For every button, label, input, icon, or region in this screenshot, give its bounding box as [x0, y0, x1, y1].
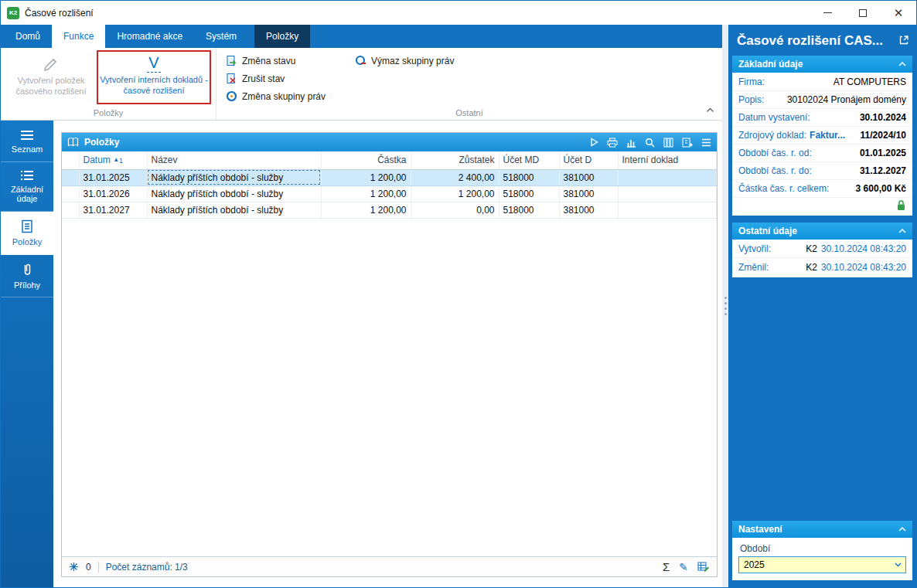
sidebar-item-label: Seznam — [12, 144, 43, 155]
delete-rights-group-label: Výmaz skupiny práv — [371, 56, 454, 66]
cancel-status-label: Zrušit stav — [242, 73, 285, 84]
cell-castka: 1 200,00 — [321, 185, 411, 202]
cell-castka: 1 200,00 — [321, 169, 411, 185]
table-row[interactable]: 31.01.2025 Náklady příštích období - slu… — [62, 169, 717, 185]
section-header[interactable]: Nastavení — [732, 521, 912, 538]
cell-zustatek: 2 400,00 — [411, 169, 499, 185]
section-header-label: Základní údaje — [738, 59, 803, 70]
search-icon[interactable] — [645, 138, 655, 148]
period-combobox[interactable] — [738, 556, 906, 573]
section-header-label: Nastavení — [738, 524, 782, 535]
divider — [98, 562, 99, 573]
run-icon[interactable] — [590, 138, 598, 147]
cell-interni — [618, 202, 717, 218]
paperclip-icon — [21, 263, 33, 277]
sidebar-item-prilohy[interactable]: Přílohy — [1, 255, 53, 298]
cell-interni — [618, 185, 717, 202]
book-icon — [67, 138, 79, 147]
source-document-link[interactable]: Faktur... — [810, 130, 845, 141]
details-icon — [20, 170, 34, 181]
cell-nazev: Náklady příštích období - služby — [147, 169, 321, 185]
cell-zustatek: 1 200,00 — [411, 185, 499, 202]
collapse-icon[interactable] — [898, 62, 906, 66]
sidebar: Seznam Základní údaje Položky Přílohy — [1, 121, 53, 587]
change-status-icon — [226, 55, 237, 66]
field-popis: Popis: 30102024 Pronájem domény — [732, 91, 912, 109]
tab-domu[interactable]: Domů — [4, 25, 52, 48]
change-status-button[interactable]: Změna stavu — [221, 52, 330, 70]
tab-hromadne-akce[interactable]: Hromadné akce — [105, 25, 194, 48]
sidebar-item-label: Základní údaje — [2, 185, 52, 204]
column-interni-doklad[interactable]: Interní doklad — [618, 151, 717, 169]
app-icon: K2 — [7, 7, 19, 19]
chevron-down-icon[interactable] — [891, 557, 905, 573]
tab-polozky[interactable]: Položky — [254, 25, 310, 48]
lock-icon — [896, 199, 906, 211]
section-header[interactable]: Základní údaje — [732, 56, 912, 73]
cell-ucet-d: 381000 — [559, 169, 618, 185]
field-obdobi-do: Období čas. r. do: 31.12.2027 — [732, 162, 912, 180]
filter-counter: 0 — [86, 562, 91, 573]
popout-icon[interactable] — [898, 35, 909, 48]
column-marker — [62, 151, 79, 169]
table-row[interactable]: 31.01.2026 Náklady příštích období - slu… — [62, 185, 717, 202]
field-castka-celkem: Částka čas. r. celkem: 3 600,00 Kč — [732, 180, 912, 198]
create-internal-docs-label: Vytvoření interních dokladů - časové roz… — [98, 75, 210, 97]
column-zustatek[interactable]: Zůstatek — [411, 151, 499, 169]
sort-asc-icon: ▲ — [113, 156, 119, 163]
chart-icon[interactable] — [626, 138, 636, 148]
cell-ucet-md: 518000 — [499, 185, 559, 202]
column-castka[interactable]: Částka — [321, 151, 411, 169]
ribbon-tabbar: Domů Funkce Hromadné akce Systém Položky — [1, 25, 722, 48]
ribbon-group-polozky: Vytvoření položek časového rozlišení V V… — [1, 48, 216, 120]
cancel-status-button[interactable]: Zrušit stav — [221, 70, 330, 87]
sidebar-item-label: Položky — [12, 237, 43, 247]
delete-rights-group-button[interactable]: Výmaz skupiny práv — [350, 52, 458, 70]
cell-nazev: Náklady příštích období - služby — [147, 202, 321, 218]
cell-ucet-d: 381000 — [559, 202, 618, 218]
sidebar-item-seznam[interactable]: Seznam — [1, 122, 53, 162]
create-items-label: Vytvoření položek časového rozlišení — [5, 76, 97, 97]
collapse-icon[interactable] — [898, 527, 906, 532]
snowflake-icon[interactable] — [69, 562, 79, 572]
grid-panel-header: Položky — [62, 133, 717, 151]
sum-icon[interactable]: Σ — [663, 561, 670, 573]
sidebar-item-label: Přílohy — [14, 280, 40, 291]
cell-zustatek: 0,00 — [411, 202, 499, 218]
period-input[interactable] — [739, 557, 891, 573]
ribbon-collapse-button[interactable] — [706, 104, 714, 115]
window-title: Časové rozlišení — [25, 8, 94, 19]
column-nazev[interactable]: Název — [147, 151, 321, 169]
content-area: Položky — [53, 121, 722, 587]
section-header[interactable]: Ostatní údaje — [732, 223, 912, 240]
section-header-label: Ostatní údaje — [738, 226, 797, 236]
column-ucet-d[interactable]: Účet D — [559, 151, 618, 169]
panel-splitter[interactable] — [722, 25, 728, 587]
grid-status-bar: 0 Počet záznamů: 1/3 Σ ✎ — [62, 556, 717, 576]
maximize-button[interactable] — [845, 1, 881, 25]
minimize-button[interactable] — [810, 1, 845, 25]
print-icon[interactable] — [607, 138, 618, 148]
sidebar-item-zakladni-udaje[interactable]: Základní údaje — [1, 162, 53, 212]
tab-funkce[interactable]: Funkce — [52, 25, 105, 48]
columns-icon[interactable] — [663, 138, 673, 148]
table-row[interactable]: 31.01.2027 Náklady příštích období - slu… — [62, 202, 717, 218]
change-rights-group-button[interactable]: Změna skupiny práv — [221, 87, 330, 105]
items-grid-panel: Položky — [61, 132, 718, 577]
minimize-icon — [823, 12, 832, 13]
grid-edit-icon[interactable] — [697, 562, 710, 573]
shortcut-v-glyph: V — [147, 54, 160, 73]
sidebar-item-polozky[interactable]: Položky — [1, 212, 53, 255]
edit-icon[interactable]: ✎ — [679, 562, 688, 573]
column-datum[interactable]: Datum ▲1 — [79, 151, 147, 169]
section-ostatni-udaje: Ostatní údaje Vytvořil: K230.10.2024 08:… — [732, 223, 912, 277]
menu-icon[interactable] — [701, 138, 711, 147]
column-ucet-md[interactable]: Účet MD — [499, 151, 559, 169]
create-internal-docs-button[interactable]: V Vytvoření interních dokladů - časové r… — [97, 50, 211, 104]
period-field-label: Období — [740, 543, 906, 554]
export-icon[interactable] — [682, 138, 693, 148]
close-button[interactable]: ✕ — [881, 1, 916, 25]
tab-system[interactable]: Systém — [194, 25, 248, 48]
collapse-icon[interactable] — [898, 229, 906, 233]
cell-datum: 31.01.2027 — [79, 202, 147, 218]
